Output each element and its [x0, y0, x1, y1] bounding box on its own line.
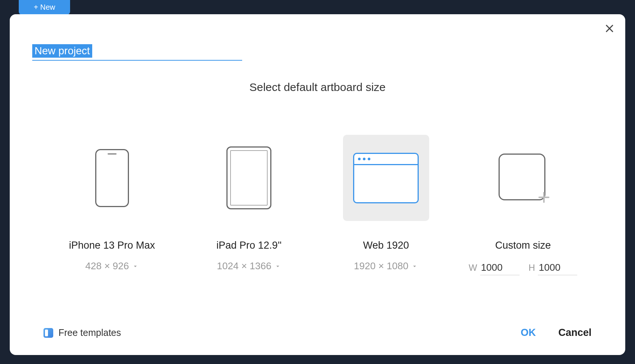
web-icon-box — [343, 135, 429, 221]
width-input[interactable] — [480, 260, 520, 275]
custom-size-inputs: W H — [469, 260, 577, 275]
artboard-size-dropdown[interactable]: 428 × 926 — [85, 260, 139, 272]
height-label: H — [529, 263, 535, 273]
height-input[interactable] — [538, 260, 577, 275]
width-label: W — [469, 263, 477, 273]
cancel-button[interactable]: Cancel — [558, 327, 592, 339]
section-title: Select default artboard size — [32, 81, 603, 94]
artboard-title: Custom size — [495, 240, 551, 251]
artboard-option-phone[interactable]: iPhone 13 Pro Max 428 × 926 — [56, 135, 168, 275]
custom-icon-box — [480, 135, 566, 221]
artboard-option-tablet[interactable]: iPad Pro 12.9'' 1024 × 1366 — [193, 135, 305, 275]
footer-buttons: OK Cancel — [521, 327, 592, 339]
artboard-size-text: 1024 × 1366 — [217, 260, 271, 272]
phone-icon-box — [69, 135, 155, 221]
chevron-down-icon — [274, 263, 281, 270]
artboard-size-dropdown[interactable]: 1920 × 1080 — [354, 260, 418, 272]
artboard-title: Web 1920 — [363, 240, 409, 251]
project-name-text: New project — [32, 44, 92, 58]
chevron-down-icon — [132, 263, 139, 270]
new-button-bg: + New — [19, 0, 70, 15]
free-templates-link[interactable]: Free templates — [43, 327, 121, 338]
modal-footer: Free templates OK Cancel — [43, 327, 592, 339]
project-name-field[interactable]: New project — [32, 44, 242, 61]
plus-icon — [537, 190, 551, 206]
close-icon — [604, 23, 615, 34]
artboard-title: iPad Pro 12.9'' — [216, 240, 282, 251]
close-button[interactable] — [604, 23, 615, 35]
artboard-title: iPhone 13 Pro Max — [69, 240, 155, 251]
browser-window-icon — [353, 153, 419, 203]
phone-icon — [95, 149, 129, 207]
chevron-down-icon — [411, 263, 418, 270]
tablet-icon — [226, 146, 271, 209]
artboard-size-text: 1920 × 1080 — [354, 260, 408, 272]
artboard-option-custom[interactable]: Custom size W H — [467, 135, 579, 275]
tablet-icon-box — [206, 135, 292, 221]
artboard-size-text: 428 × 926 — [85, 260, 129, 272]
ok-button[interactable]: OK — [521, 327, 536, 339]
custom-size-icon — [499, 154, 547, 202]
templates-icon — [43, 328, 53, 338]
templates-label: Free templates — [58, 327, 121, 338]
artboard-options: iPhone 13 Pro Max 428 × 926 iPad Pro 12.… — [32, 135, 603, 275]
new-project-modal: New project Select default artboard size… — [10, 14, 625, 355]
artboard-option-web[interactable]: Web 1920 1920 × 1080 — [330, 135, 442, 275]
background-toolbar: + New — [0, 0, 635, 15]
artboard-size-dropdown[interactable]: 1024 × 1366 — [217, 260, 281, 272]
